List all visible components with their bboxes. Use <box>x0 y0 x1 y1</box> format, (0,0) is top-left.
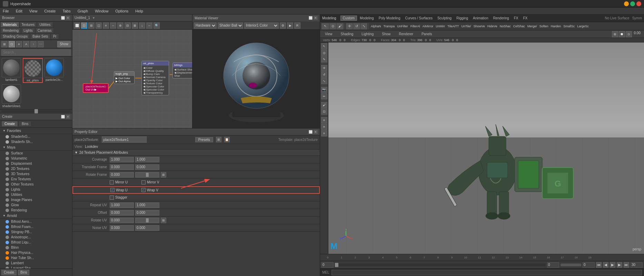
list-item-texture[interactable]: Hair Tube Sh... <box>0 255 72 260</box>
pe-section-2d-texture[interactable]: ▼ 2d Texture Placement Attributes <box>72 150 320 156</box>
vp-tb-brush[interactable]: 🖌 <box>321 102 327 108</box>
menu-tabs[interactable]: Tabs <box>61 9 72 13</box>
tab-cameras[interactable]: Cameras <box>35 28 54 34</box>
browser-tool-1[interactable]: ⊞ <box>1 41 8 47</box>
tb-select[interactable]: ↖ <box>321 23 329 29</box>
pe-node-name-input[interactable] <box>102 136 147 143</box>
menu-window[interactable]: Window <box>93 9 110 13</box>
list-item-rendering[interactable]: Rendering <box>0 208 72 213</box>
pb-play[interactable]: ▶ <box>610 262 615 268</box>
tb-lasso[interactable]: ⊙ <box>329 23 336 29</box>
vt-renderer[interactable]: Renderer <box>396 31 416 37</box>
ng-btn-7[interactable]: ⊕ <box>117 22 123 29</box>
vp-tb-list1[interactable]: ≡ <box>321 117 327 123</box>
tab-lights[interactable]: Lights <box>21 28 35 34</box>
pe-translate-frame-v[interactable] <box>135 164 159 170</box>
pe-stagger-checkbox[interactable] <box>110 196 114 200</box>
vp-tb-pencil[interactable]: ✏ <box>321 93 327 99</box>
ng-btn-10[interactable]: ↨ <box>139 22 145 29</box>
ws-tab-rigging[interactable]: Rigging <box>454 16 470 20</box>
viewport-3d[interactable]: G ↖ ◎ ✎ ✛ ↺ ⤡ 📷 ✏ 🖌 ⊡ <box>320 42 644 254</box>
playback-slider[interactable] <box>335 264 546 266</box>
tb-move[interactable]: ✛ <box>346 23 353 29</box>
ng-btn-6[interactable]: ↔ <box>110 22 116 29</box>
pe-close-btn[interactable]: ✕ <box>314 130 318 134</box>
vt-view[interactable]: View <box>322 31 335 37</box>
list-item-anisotropic[interactable]: Anisotropic... <box>0 235 72 240</box>
pb-start-frame[interactable] <box>321 262 334 268</box>
list-item-bifrost-liqu[interactable]: Bifrost Liqu... <box>0 240 72 245</box>
browser-tool-3[interactable]: ≡ <box>16 41 22 47</box>
pe-rotate-expand-btn[interactable]: ⊞ <box>161 172 166 178</box>
pe-coverage-v[interactable] <box>135 157 159 162</box>
list-item-bifrost-foam[interactable]: Bifrost Foam... <box>0 224 72 229</box>
list-item-3d-textures[interactable]: 3D Textures <box>0 171 72 177</box>
pe-icon-btn-1[interactable]: ⊞ <box>216 137 221 142</box>
mv-btn-2[interactable]: ▶ <box>287 22 293 29</box>
menu-options[interactable]: Options <box>114 9 130 13</box>
vp-tb-lasso[interactable]: ◎ <box>321 50 327 56</box>
vp-tb-move2[interactable]: ✛ <box>321 65 327 71</box>
list-item-volumetric[interactable]: Volumetric <box>0 156 72 161</box>
menu-edit[interactable]: Edit <box>14 9 24 13</box>
section-arnold[interactable]: ▼Arnold <box>0 213 72 219</box>
section-maya[interactable]: ▼Maya <box>0 144 72 151</box>
list-item-hair-physica[interactable]: Hair Physica... <box>0 250 72 255</box>
node-canvas[interactable]: place2dTexture1 Out UV▶ kugh_png ▶ Out C… <box>72 30 192 128</box>
tab-pr[interactable]: Pr <box>51 34 59 39</box>
ng-btn-5[interactable]: ≡ <box>103 22 109 29</box>
create-close-btn[interactable]: ✕ <box>66 115 70 119</box>
node-mt-phtm[interactable]: mt_phtm ◀ Color ◀ Diffuse Quality ◀ Bump… <box>141 61 169 95</box>
vt-lighting[interactable]: Lighting <box>359 31 376 37</box>
mv-btn-1[interactable]: ⚙ <box>280 22 286 29</box>
vp-tb-camera[interactable]: 📷 <box>321 87 327 93</box>
list-item-lights[interactable]: Lights <box>0 187 72 192</box>
vt-panels[interactable]: Panels <box>419 31 435 37</box>
pe-wrap-u-checkbox[interactable]: ✓ <box>110 188 115 192</box>
ng-btn-2[interactable]: ⊡ <box>81 22 87 29</box>
pe-repeat-uv-u[interactable] <box>110 202 134 208</box>
vp-tb-list3[interactable]: ≡ <box>321 130 327 136</box>
vp-tb-rotate2[interactable]: ↺ <box>321 72 327 78</box>
pb-current-frame[interactable] <box>547 262 559 268</box>
ng-btn-1[interactable]: ⬜ <box>74 22 80 29</box>
vp-tb-arrow[interactable]: ↖ <box>321 43 327 49</box>
tab-bake-sets[interactable]: Bake Sets <box>30 34 51 39</box>
browser-tool-6[interactable]: ⋯ <box>38 41 44 47</box>
vp-toolbar-btn2[interactable]: 🔲 <box>619 31 625 37</box>
vt-show[interactable]: Show <box>379 31 393 37</box>
pe-coverage-u[interactable] <box>110 157 134 162</box>
mv-btn-3[interactable]: R <box>294 22 300 29</box>
list-item-lambert[interactable]: Lambert <box>0 260 72 266</box>
pe-translate-frame-u[interactable] <box>110 164 134 170</box>
node-place2dtexture[interactable]: place2dTexture1 Out UV▶ <box>83 83 109 93</box>
close-btn[interactable] <box>636 1 641 6</box>
vp-tb-paint2[interactable]: ✎ <box>321 56 327 63</box>
pe-mirror-u-checkbox[interactable] <box>110 180 114 184</box>
mat-item-particle[interactable]: particleClo... <box>44 58 64 83</box>
section-favorites[interactable]: ▼Favorites <box>0 128 72 134</box>
pb-sub-slider[interactable] <box>561 264 581 266</box>
browser-float-btn[interactable]: ⬜ <box>61 16 65 20</box>
list-item-2d-textures[interactable]: 2D Textures <box>0 166 72 171</box>
menu-view[interactable]: View <box>28 9 39 13</box>
tab-rendering[interactable]: Rendering <box>0 28 21 34</box>
pe-presets-btn[interactable]: Presets <box>195 137 213 142</box>
list-item-image-planes[interactable]: Image Planes <box>0 197 72 202</box>
vp-toolbar-btn3[interactable]: ⊙ <box>626 31 632 37</box>
pe-offset-u[interactable] <box>110 210 134 216</box>
vp-tb-list2[interactable]: ≡ <box>321 124 327 130</box>
menu-create[interactable]: Create <box>43 9 57 13</box>
mv-shape-select[interactable]: Shader Ball <box>218 22 243 29</box>
create-tab-bins[interactable]: Bins <box>19 121 31 127</box>
ws-tab-animation[interactable]: Animation <box>471 16 490 20</box>
mat-item-mt-phtm[interactable]: mt_phtm <box>23 58 43 83</box>
pb-current-frame2[interactable] <box>583 262 595 268</box>
ws-tab-fx[interactable]: FX <box>512 16 521 20</box>
ws-tab-custom[interactable]: Custom <box>340 16 357 21</box>
tb-paint[interactable]: 🖌 <box>337 23 344 29</box>
browser-tool-2[interactable]: ⊡ <box>9 41 15 47</box>
vp-tb-scale2[interactable]: ⤡ <box>321 78 327 84</box>
ws-tab-modeling[interactable]: Modeling <box>358 16 376 20</box>
pe-offset-v[interactable] <box>135 210 159 216</box>
